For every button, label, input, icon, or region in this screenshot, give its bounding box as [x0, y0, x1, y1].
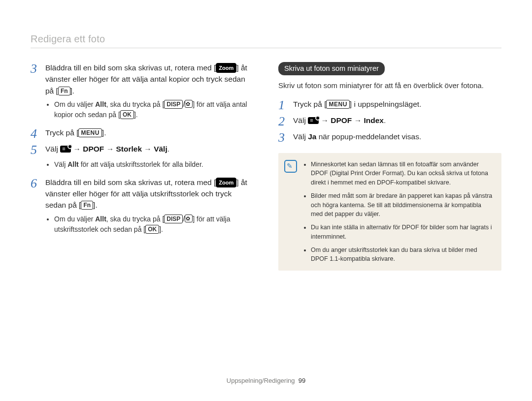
ok-key: OK — [120, 110, 134, 119]
text: . — [167, 145, 169, 153]
step-6-sub: Om du väljer Allt, ska du trycka på [DIS… — [31, 214, 254, 235]
list-item: Om du väljer Allt, ska du trycka på [DIS… — [54, 214, 254, 235]
step-body: Tryck på [MENU] i uppspelningsläget. — [293, 98, 421, 112]
step-3: 3 Bläddra till en bild som ska skrivas u… — [31, 62, 254, 96]
text: när popup-meddelandet visas. — [316, 132, 421, 141]
step-number: 2 — [278, 115, 287, 128]
step-body: Välj → DPOF → Storlek → Välj. — [45, 143, 169, 156]
footer-section: Uppspelning/Redigering — [227, 377, 295, 384]
text: . — [104, 128, 106, 137]
step-body: Välj Ja när popup-meddelandet visas. — [293, 131, 421, 144]
step-number: 3 — [278, 131, 287, 144]
step-5-sub: Välj Allt för att välja utskriftsstorlek… — [31, 159, 254, 170]
note-icon — [284, 160, 297, 173]
step-6: 6 Bläddra till en bild som ska skrivas u… — [31, 177, 254, 211]
printer-icon — [308, 117, 319, 124]
text: . — [95, 201, 97, 209]
text: Bläddra till en bild som ska skrivas ut,… — [45, 63, 214, 72]
list-item: Om du väljer Allt, ska du trycka på [DIS… — [54, 99, 254, 120]
right-column: Skriva ut foton som miniatyrer Skriv ut … — [278, 62, 501, 271]
step-number: 4 — [31, 127, 39, 140]
list-item: Om du anger utskriftsstorlek kan du bara… — [311, 246, 494, 264]
zoom-key: Zoom — [216, 63, 236, 73]
text-bold: Välj — [154, 145, 167, 153]
text: Välj — [293, 132, 308, 141]
text: Välj — [54, 160, 67, 168]
arrow: → — [319, 116, 331, 124]
list-item: Bilder med mått som är bredare än papper… — [311, 191, 494, 219]
fn-key: Fn — [81, 201, 93, 210]
ok-key: OK — [145, 225, 159, 234]
page-footer: Uppspelning/Redigering 99 — [0, 377, 532, 384]
step-body: Bläddra till en bild som ska skrivas ut,… — [45, 62, 254, 96]
step-3-sub: Om du väljer Allt, ska du trycka på [DIS… — [31, 99, 254, 120]
text: Tryck på — [45, 128, 76, 137]
left-column: 3 Bläddra till en bild som ska skrivas u… — [31, 62, 254, 271]
arrow: → — [352, 116, 364, 124]
flower-icon — [185, 215, 193, 222]
disp-key: DISP — [164, 215, 183, 223]
step-number: 3 — [31, 62, 39, 96]
arrow: → — [71, 145, 83, 153]
text-bold: Index — [364, 116, 383, 124]
text-bold: Ja — [308, 132, 316, 141]
text-bold: Allt — [67, 160, 79, 168]
list-item: Välj Allt för att välja utskriftsstorlek… — [54, 159, 254, 170]
text: , ska du trycka på — [106, 100, 163, 108]
note-list: Minneskortet kan sedan lämnas till en fo… — [303, 160, 494, 264]
page-number: 99 — [299, 377, 305, 384]
arrow: → — [104, 145, 116, 153]
rstep-1: 1 Tryck på [MENU] i uppspelningsläget. — [278, 98, 501, 112]
text: . — [72, 87, 74, 95]
text: Välj — [45, 145, 60, 153]
text: Om du väljer — [54, 100, 95, 108]
arrow: → — [142, 145, 154, 153]
zoom-key: Zoom — [216, 178, 236, 187]
rstep-2: 2 Välj → DPOF → Index. — [278, 115, 501, 128]
menu-key: MENU — [78, 128, 101, 137]
text-bold: DPOF — [83, 145, 104, 153]
list-item: Minneskortet kan sedan lämnas till en fo… — [311, 160, 494, 187]
text-bold: Allt — [95, 215, 106, 223]
text: . — [161, 225, 163, 233]
list-item: Du kan inte ställa in alternativ för DPO… — [311, 223, 494, 242]
text-bold: Allt — [95, 100, 106, 108]
flower-icon — [185, 100, 193, 108]
section-intro: Skriv ut foton som miniatyrer för att få… — [278, 80, 501, 92]
rstep-3: 3 Välj Ja när popup-meddelandet visas. — [278, 131, 501, 144]
text: . — [136, 111, 138, 119]
text: Välj — [293, 116, 308, 124]
text: , ska du trycka på — [106, 215, 163, 223]
text: Om du väljer — [54, 215, 95, 223]
step-body: Bläddra till en bild som ska skrivas ut,… — [45, 177, 254, 211]
text-bold: Storlek — [116, 145, 142, 153]
printer-icon — [60, 146, 71, 153]
step-number: 6 — [31, 177, 39, 211]
note-box: Minneskortet kan sedan lämnas till en fo… — [278, 153, 501, 271]
text-bold: DPOF — [331, 116, 352, 124]
text: i uppspelningsläget. — [352, 100, 421, 108]
step-number: 5 — [31, 143, 39, 156]
text: . — [384, 116, 386, 124]
text: Tryck på — [293, 100, 324, 108]
menu-key: MENU — [326, 100, 349, 109]
section-heading: Skriva ut foton som miniatyrer — [278, 62, 385, 75]
step-5: 5 Välj → DPOF → Storlek → Välj. — [31, 143, 254, 156]
header-divider — [31, 48, 501, 48]
disp-key: DISP — [164, 100, 183, 109]
page-title: Redigera ett foto — [31, 33, 501, 45]
text: för att välja utskriftsstorlek för alla … — [79, 160, 203, 168]
text: Bläddra till en bild som ska skrivas ut,… — [45, 178, 214, 186]
step-4: 4 Tryck på [MENU]. — [31, 127, 254, 140]
step-body: Tryck på [MENU]. — [45, 127, 106, 140]
step-number: 1 — [278, 98, 287, 112]
step-body: Välj → DPOF → Index. — [293, 115, 386, 128]
fn-key: Fn — [58, 87, 70, 95]
